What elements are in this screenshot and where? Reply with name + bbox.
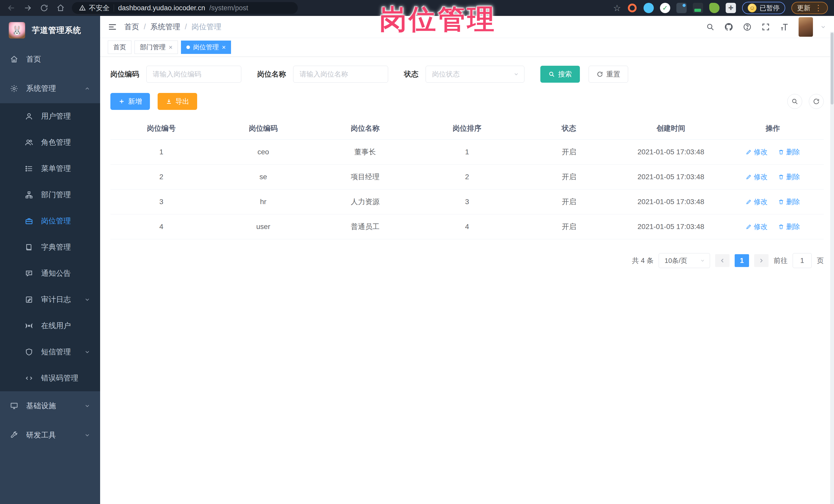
browser-menu-icon[interactable]: ⋮	[814, 4, 822, 12]
sidebar-item-online-users[interactable]: 在线用户	[0, 313, 100, 339]
cell-post-id: 1	[110, 148, 212, 156]
sidebar-item-notice[interactable]: 通知公告	[0, 260, 100, 287]
sidebar-item-roles[interactable]: 角色管理	[0, 129, 100, 156]
edit-link[interactable]: 修改	[746, 147, 768, 157]
bookmark-star-icon[interactable]: ☆	[613, 4, 621, 12]
cell-post-id: 3	[110, 198, 212, 206]
breadcrumb-separator: /	[144, 23, 146, 31]
chevron-down-icon	[84, 297, 90, 303]
sidebar-item-label: 错误码管理	[41, 373, 78, 383]
tab-home[interactable]: 首页	[108, 41, 131, 54]
breadcrumb-system[interactable]: 系统管理	[150, 22, 180, 32]
sidebar-item-infra[interactable]: 基础设施	[0, 391, 100, 420]
edit-label: 修改	[754, 197, 768, 206]
chevron-down-icon	[84, 403, 90, 409]
search-icon[interactable]	[705, 21, 716, 32]
delete-link[interactable]: 删除	[778, 197, 800, 206]
book-icon	[25, 243, 34, 251]
browser-forward-icon[interactable]	[23, 3, 33, 13]
sidebar-item-users[interactable]: 用户管理	[0, 103, 100, 129]
sidebar-item-dict[interactable]: 字典管理	[0, 234, 100, 260]
window-scrollbar[interactable]	[830, 32, 834, 504]
font-size-icon[interactable]	[778, 21, 790, 32]
tab-departments[interactable]: 部门管理 ×	[134, 41, 178, 54]
delete-label: 删除	[786, 172, 800, 181]
close-icon[interactable]: ×	[222, 44, 226, 50]
table-row: 2 se 项目经理 2 开启 2021-01-05 17:03:48 修改 删除	[110, 165, 824, 190]
browser-home-icon[interactable]	[56, 3, 66, 13]
sidebar-item-devtools[interactable]: 研发工具	[0, 420, 100, 450]
extension-icon-2[interactable]	[643, 3, 654, 13]
user-avatar[interactable]	[798, 17, 813, 37]
extensions-puzzle-icon[interactable]: ✚	[726, 3, 736, 13]
status-select[interactable]: 岗位状态	[425, 66, 524, 83]
breadcrumb-home[interactable]: 首页	[124, 22, 139, 32]
security-warning[interactable]: 不安全	[79, 3, 110, 13]
edit-link[interactable]: 修改	[746, 222, 768, 231]
extension-icon-3[interactable]: ✓	[660, 3, 670, 13]
column-header: 岗位编号	[110, 124, 212, 133]
trash-icon	[778, 149, 784, 155]
reset-button[interactable]: 重置	[589, 66, 628, 83]
cell-post-code: hr	[212, 198, 314, 206]
post-code-input[interactable]	[146, 66, 241, 83]
goto-page-input[interactable]	[793, 253, 812, 268]
search-button[interactable]: 搜索	[540, 66, 580, 83]
users-icon	[25, 138, 34, 147]
refresh-table-button[interactable]	[809, 94, 824, 109]
app-logo-row[interactable]: 🐰 芋道管理系统	[0, 16, 100, 45]
export-button[interactable]: 导出	[158, 93, 197, 110]
extension-icon-5[interactable]	[693, 3, 703, 13]
close-icon[interactable]: ×	[169, 44, 173, 50]
extension-icon-4[interactable]	[676, 3, 687, 13]
cell-status: 开启	[518, 172, 620, 182]
page-number-active[interactable]: 1	[735, 254, 749, 267]
add-button[interactable]: 新增	[110, 93, 150, 110]
delete-link[interactable]: 删除	[778, 147, 800, 157]
scrollbar-thumb[interactable]	[831, 32, 833, 105]
sidebar-item-posts[interactable]: 岗位管理	[0, 208, 100, 234]
sidebar-item-departments[interactable]: 部门管理	[0, 182, 100, 208]
cell-post-name: 项目经理	[314, 172, 416, 182]
paused-badge[interactable]: ☺ 已暂停	[742, 2, 785, 14]
edit-link[interactable]: 修改	[746, 172, 768, 181]
column-header: 岗位编码	[212, 124, 314, 133]
extension-icon-1[interactable]	[627, 3, 637, 13]
cell-post-id: 2	[110, 173, 212, 181]
sidebar-item-auditlog[interactable]: 审计日志	[0, 287, 100, 313]
delete-link[interactable]: 删除	[778, 172, 800, 181]
cell-operations: 修改 删除	[722, 197, 824, 206]
sidebar-toggle-icon[interactable]	[108, 22, 117, 31]
help-icon[interactable]	[742, 21, 753, 32]
sidebar-item-sms[interactable]: 短信管理	[0, 339, 100, 365]
page-size-select[interactable]: 10条/页	[659, 253, 710, 268]
browser-update-button[interactable]: 更新 ⋮	[791, 2, 828, 14]
address-bar[interactable]: 不安全 dashboard.yudao.iocoder.cn/system/po…	[72, 2, 298, 14]
chevron-down-icon[interactable]	[820, 24, 826, 30]
sidebar-item-label: 短信管理	[41, 347, 71, 357]
browser-refresh-icon[interactable]	[39, 3, 49, 13]
tab-posts[interactable]: 岗位管理 ×	[181, 41, 231, 54]
github-icon[interactable]	[723, 21, 734, 32]
toggle-search-button[interactable]	[787, 94, 802, 109]
sidebar-item-errorcode[interactable]: 错误码管理	[0, 365, 100, 391]
extension-icon-6[interactable]	[709, 3, 720, 13]
sidebar-item-home[interactable]: 首页	[0, 45, 100, 74]
next-page-button[interactable]	[754, 254, 769, 267]
cell-created: 2021-01-05 17:03:48	[620, 198, 722, 206]
browser-back-icon[interactable]	[6, 3, 17, 13]
sidebar-item-system[interactable]: 系统管理	[0, 74, 100, 103]
edit-link[interactable]: 修改	[746, 197, 768, 206]
message-icon	[25, 269, 34, 278]
sidebar-item-label: 首页	[26, 54, 41, 64]
security-label: 不安全	[89, 3, 110, 13]
sidebar-item-menus[interactable]: 菜单管理	[0, 156, 100, 182]
edit-label: 修改	[754, 147, 768, 157]
delete-link[interactable]: 删除	[778, 222, 800, 231]
fullscreen-icon[interactable]	[760, 21, 771, 32]
prev-page-button[interactable]	[715, 254, 729, 267]
post-name-input[interactable]	[293, 66, 388, 83]
chevron-down-icon	[513, 71, 519, 77]
column-header: 操作	[722, 124, 824, 133]
column-header: 岗位排序	[416, 124, 518, 133]
